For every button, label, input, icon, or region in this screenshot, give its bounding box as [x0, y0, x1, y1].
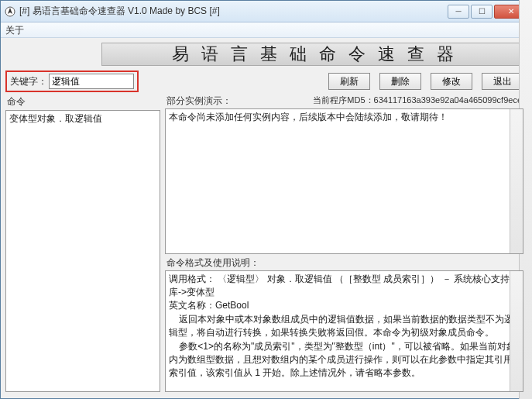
titlebar[interactable]: [#] 易语言基础命令速查器 V1.0 Made by BCS [#] ─ ☐ …	[1, 1, 531, 22]
right-panel: 部分实例演示： 当前程序MD5：634117163a393e92a04a4650…	[165, 94, 523, 392]
window-title: [#] 易语言基础命令速查器 V1.0 Made by BCS [#]	[19, 5, 448, 18]
keyword-label: 关键字：	[10, 75, 47, 88]
list-item[interactable]: 变体型对象．取逻辑值	[6, 111, 160, 127]
maximize-button[interactable]: ☐	[471, 5, 493, 19]
keyword-input[interactable]	[49, 74, 134, 89]
menubar: 关于	[1, 22, 531, 38]
exit-button[interactable]: 退出	[482, 73, 523, 90]
command-list-header: 命令	[5, 94, 160, 110]
app-icon	[4, 5, 16, 18]
refresh-button[interactable]: 刷新	[328, 73, 370, 90]
content: 易语言基础命令速查器 关键字： 刷新 删除 修改 退出 命令 变体型对象．取逻辑…	[1, 38, 531, 398]
main-body: 命令 变体型对象．取逻辑值 部分实例演示： 当前程序MD5：634117163a…	[1, 94, 531, 398]
edit-button[interactable]: 修改	[431, 73, 472, 90]
demo-label: 部分实例演示：	[166, 95, 232, 108]
left-panel: 命令 变体型对象．取逻辑值	[5, 94, 160, 392]
command-list[interactable]: 变体型对象．取逻辑值	[5, 110, 160, 392]
format-textbox[interactable]: 调用格式： 〈逻辑型〉 对象．取逻辑值 （［整数型 成员索引］） － 系统核心支…	[165, 270, 523, 392]
md5-display: 当前程序MD5：634117163a393e92a04a465099cf9ece	[313, 95, 522, 108]
menu-about[interactable]: 关于	[5, 25, 24, 36]
app-banner: 易语言基础命令速查器	[101, 43, 523, 66]
toolbar-row: 关键字： 刷新 删除 修改 退出	[1, 69, 531, 94]
window-buttons: ─ ☐ ✕	[448, 5, 528, 19]
app-window: [#] 易语言基础命令速查器 V1.0 Made by BCS [#] ─ ☐ …	[0, 0, 532, 399]
demo-textbox[interactable]: 本命令尚未添加任何实例内容，后续版本中会陆续添加，敬请期待！	[165, 108, 523, 254]
delete-button[interactable]: 删除	[379, 73, 421, 90]
keyword-highlight: 关键字：	[5, 71, 139, 92]
format-label: 命令格式及使用说明：	[165, 254, 523, 270]
demo-header-row: 部分实例演示： 当前程序MD5：634117163a393e92a04a4650…	[165, 94, 523, 108]
minimize-button[interactable]: ─	[448, 5, 469, 19]
